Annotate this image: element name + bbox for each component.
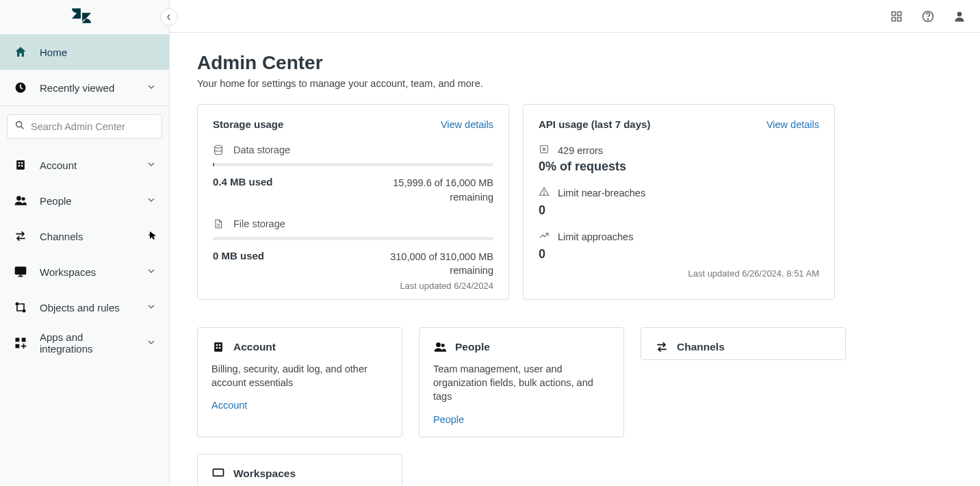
- sidebar-item-label: Workspaces: [40, 266, 135, 278]
- chevron-down-icon: [147, 81, 155, 94]
- card-title: Storage usage: [213, 118, 283, 130]
- nav-sections: Account People Channels Workspaces Objec…: [0, 147, 169, 361]
- api-breaches-row: Limit near-breaches: [539, 186, 819, 199]
- building-icon: [211, 340, 225, 354]
- sidebar-item-account[interactable]: Account: [0, 147, 169, 183]
- storage-usage-card: Storage usage View details Data storage …: [197, 104, 509, 299]
- chevron-left-icon: [166, 14, 172, 21]
- svg-point-21: [957, 12, 962, 16]
- sidebar-item-recently-viewed[interactable]: Recently viewed: [0, 70, 169, 105]
- svg-point-7: [16, 196, 21, 201]
- data-storage-stats: 0.4 MB used 15,999.6 of 16,000 MB remain…: [213, 176, 493, 204]
- api-approaches-label: Limit approaches: [558, 231, 633, 242]
- api-approaches-row: Limit approaches: [539, 230, 819, 243]
- svg-rect-5: [18, 165, 21, 167]
- api-usage-card: API usage (last 7 days) View details 429…: [523, 104, 835, 299]
- svg-rect-15: [892, 12, 895, 15]
- data-storage-progress: [213, 163, 493, 166]
- svg-rect-28: [216, 347, 218, 349]
- topbar: [170, 0, 980, 33]
- user-avatar-icon[interactable]: [953, 10, 966, 23]
- svg-rect-32: [214, 469, 224, 476]
- storage-last-updated: Last updated 6/24/2024: [213, 281, 493, 291]
- api-breaches-value: 0: [539, 203, 819, 218]
- file-used: 0 MB used: [213, 250, 264, 278]
- sidebar-item-label: People: [40, 195, 135, 207]
- chevron-down-icon: [147, 194, 155, 207]
- view-details-link[interactable]: View details: [441, 119, 493, 130]
- flow-icon: [14, 300, 27, 314]
- file-remaining: 310,000 of 310,000 MB remaining: [390, 250, 493, 278]
- monitor-icon: [211, 467, 225, 481]
- chevron-down-icon: [147, 337, 155, 349]
- usage-row: Storage usage View details Data storage …: [197, 104, 953, 299]
- chevron-down-icon: [147, 266, 155, 278]
- building-icon: [14, 158, 27, 172]
- page-title: Admin Center: [197, 52, 953, 74]
- svg-point-22: [215, 146, 222, 149]
- home-icon: [14, 45, 27, 59]
- tile-channels[interactable]: Channels: [641, 327, 846, 360]
- api-errors-row: 429 errors: [539, 144, 819, 157]
- tile-desc: Billing, security, audit log, and other …: [211, 362, 388, 390]
- tile-link[interactable]: People: [433, 414, 464, 425]
- sidebar-item-label: Home: [40, 47, 155, 58]
- sidebar: Home Recently viewed Account: [0, 0, 170, 486]
- database-icon: [213, 144, 225, 156]
- error-icon: [539, 144, 550, 157]
- svg-rect-2: [16, 160, 25, 169]
- monitor-icon: [14, 265, 27, 279]
- tile-workspaces[interactable]: Workspaces: [197, 454, 402, 487]
- arrows-icon: [14, 229, 27, 243]
- search-input-wrap[interactable]: [7, 114, 162, 139]
- file-storage-stats: 0 MB used 310,000 of 310,000 MB remainin…: [213, 250, 493, 278]
- search-container: [0, 106, 169, 147]
- svg-point-10: [16, 303, 19, 306]
- svg-rect-14: [16, 344, 20, 348]
- nav-primary: Home Recently viewed: [0, 34, 169, 105]
- file-icon: [213, 218, 225, 230]
- sidebar-item-workspaces[interactable]: Workspaces: [0, 254, 169, 290]
- chevron-down-icon: [147, 230, 155, 242]
- apps-icon: [14, 336, 27, 350]
- tile-link[interactable]: Account: [211, 400, 247, 411]
- chevron-down-icon: [147, 301, 155, 314]
- zendesk-logo-icon: [72, 8, 91, 27]
- api-last-updated: Last updated 6/26/2024, 8:51 AM: [539, 268, 819, 279]
- sidebar-item-label: Channels: [40, 231, 135, 242]
- trend-icon: [539, 230, 550, 243]
- api-errors-value: 0% of requests: [539, 159, 819, 174]
- svg-point-30: [436, 342, 441, 347]
- svg-rect-12: [16, 338, 20, 342]
- sidebar-item-objects-rules[interactable]: Objects and rules: [0, 290, 169, 325]
- svg-point-20: [927, 18, 928, 19]
- sidebar-collapse-button[interactable]: [160, 8, 178, 26]
- view-details-link[interactable]: View details: [766, 119, 819, 130]
- tile-account[interactable]: Account Billing, security, audit log, an…: [197, 327, 402, 437]
- svg-rect-26: [216, 344, 218, 346]
- chevron-down-icon: [147, 159, 155, 171]
- people-icon: [14, 194, 27, 207]
- arrows-icon: [655, 340, 669, 354]
- svg-rect-16: [898, 12, 901, 15]
- sidebar-item-channels[interactable]: Channels: [0, 218, 169, 254]
- svg-rect-13: [22, 338, 26, 342]
- file-storage-progress: [213, 237, 493, 240]
- tile-title: Channels: [677, 341, 725, 353]
- apps-grid-icon[interactable]: [890, 10, 903, 23]
- search-input[interactable]: [31, 121, 160, 132]
- tiles-grid: Account Billing, security, audit log, an…: [197, 327, 953, 486]
- help-icon[interactable]: [921, 10, 935, 23]
- data-remaining: 15,999.6 of 16,000 MB remaining: [393, 176, 493, 204]
- file-storage-row: File storage: [213, 218, 493, 230]
- sidebar-item-home[interactable]: Home: [0, 34, 169, 70]
- sidebar-item-apps[interactable]: Apps and integrations: [0, 325, 169, 361]
- people-icon: [433, 340, 447, 354]
- sidebar-item-label: Objects and rules: [40, 302, 135, 314]
- tile-people[interactable]: People Team management, user and organiz…: [419, 327, 624, 437]
- sidebar-item-label: Recently viewed: [40, 82, 135, 94]
- api-errors-label: 429 errors: [558, 145, 603, 156]
- sidebar-item-people[interactable]: People: [0, 183, 169, 218]
- main: Admin Center Your home for settings to m…: [170, 0, 980, 486]
- svg-point-8: [22, 197, 25, 201]
